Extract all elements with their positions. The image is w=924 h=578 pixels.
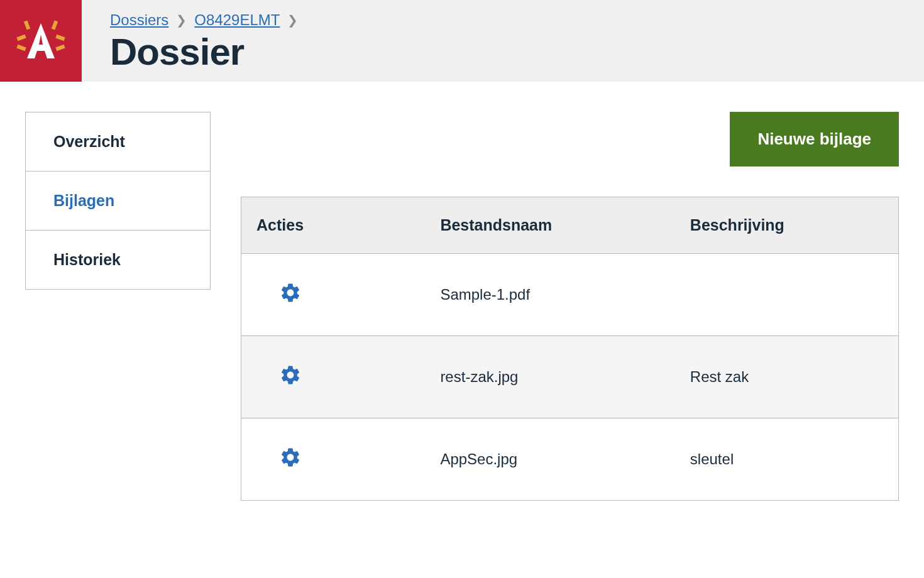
chevron-right-icon: ❯ xyxy=(287,13,298,28)
sidebar-item-bijlagen[interactable]: Bijlagen xyxy=(26,172,210,231)
table-row: AppSec.jpg sleutel xyxy=(241,418,899,501)
svg-rect-5 xyxy=(52,20,58,30)
row-actions-button[interactable] xyxy=(279,446,302,469)
sidebar-item-label: Historiek xyxy=(53,251,121,268)
gear-icon xyxy=(279,364,302,386)
gear-icon xyxy=(279,446,302,469)
svg-rect-1 xyxy=(16,45,26,51)
chevron-right-icon: ❯ xyxy=(176,13,187,28)
new-attachment-button[interactable]: Nieuwe bijlage xyxy=(730,112,899,166)
breadcrumb-link-dossier-id[interactable]: O8429ELMT xyxy=(194,11,280,29)
attachments-table: Acties Bestandsnaam Beschrijving Sample-… xyxy=(241,197,899,501)
sidebar-item-historiek[interactable]: Historiek xyxy=(26,231,210,289)
table-cell-filename: rest-zak.jpg xyxy=(425,336,674,418)
table-header-filename: Bestandsnaam xyxy=(425,197,674,254)
gear-icon xyxy=(279,281,302,304)
svg-rect-4 xyxy=(24,20,30,30)
header-content: Dossiers ❯ O8429ELMT ❯ Dossier xyxy=(82,0,323,82)
table-cell-filename: Sample-1.pdf xyxy=(425,254,674,336)
row-actions-button[interactable] xyxy=(279,281,302,304)
logo xyxy=(0,0,82,82)
content-toolbar: Nieuwe bijlage xyxy=(241,112,899,166)
table-row: Sample-1.pdf xyxy=(241,254,899,336)
table-row: rest-zak.jpg Rest zak xyxy=(241,336,899,418)
sidebar-item-label: Overzicht xyxy=(53,133,125,150)
row-actions-button[interactable] xyxy=(279,364,302,386)
svg-rect-0 xyxy=(16,35,26,41)
main-content: Overzicht Bijlagen Historiek Nieuwe bijl… xyxy=(0,82,924,531)
table-cell-description: sleutel xyxy=(675,418,899,501)
table-cell-description xyxy=(675,254,899,336)
antwerpen-logo-icon xyxy=(9,9,72,72)
sidebar-item-overzicht[interactable]: Overzicht xyxy=(26,112,210,172)
table-cell-actions xyxy=(241,336,426,418)
table-cell-filename: AppSec.jpg xyxy=(425,418,674,501)
table-cell-actions xyxy=(241,418,426,501)
table-header-actions: Acties xyxy=(241,197,426,254)
app-header: Dossiers ❯ O8429ELMT ❯ Dossier xyxy=(0,0,924,82)
page-title: Dossier xyxy=(110,30,298,74)
svg-rect-3 xyxy=(55,45,65,51)
breadcrumb: Dossiers ❯ O8429ELMT ❯ xyxy=(110,11,298,29)
table-header-description: Beschrijving xyxy=(675,197,899,254)
content-area: Nieuwe bijlage Acties Bestandsnaam Besch… xyxy=(241,112,899,501)
svg-rect-2 xyxy=(55,35,65,41)
table-cell-actions xyxy=(241,254,426,336)
breadcrumb-link-dossiers[interactable]: Dossiers xyxy=(110,11,168,29)
sidebar: Overzicht Bijlagen Historiek xyxy=(25,112,211,290)
sidebar-item-label: Bijlagen xyxy=(53,192,114,209)
table-cell-description: Rest zak xyxy=(675,336,899,418)
